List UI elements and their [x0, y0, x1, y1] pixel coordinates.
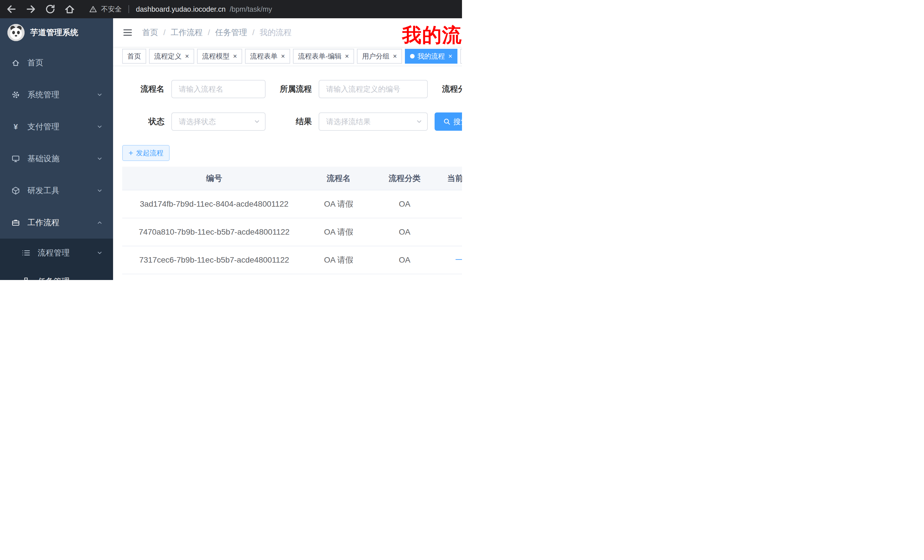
cell-process-name: OA 请假 [306, 246, 371, 274]
cell-id: 2152467e-7b9b-11ec-9a1b-acde48001122 [122, 274, 306, 280]
search-button[interactable]: 搜索 [435, 112, 462, 131]
cell-id: 3ad174fb-7b9d-11ec-8404-acde48001122 [122, 190, 306, 218]
breadcrumb-item[interactable]: 工作流程 [171, 27, 203, 38]
sidebar-item-label: 任务管理 [38, 276, 70, 280]
filter-label-result: 结果 [266, 116, 312, 127]
column-header-流程分类: 流程分类 [371, 167, 438, 190]
chevron-up-icon [96, 220, 103, 226]
app-logo [8, 24, 24, 41]
sidebar-item-研发工具[interactable]: 研发工具 [0, 175, 113, 207]
tab-close-icon[interactable]: × [233, 53, 237, 60]
filter-label-definition: 所属流程 [266, 84, 312, 94]
result-select-input[interactable] [319, 113, 427, 130]
browser-forward-icon[interactable] [25, 3, 36, 15]
address-divider [129, 5, 129, 13]
tab-close-icon[interactable]: × [393, 53, 397, 60]
app-title: 芋道管理系统 [30, 27, 78, 38]
tab-首页[interactable]: 首页 [122, 49, 146, 64]
navbar: 首页/工作流程/任务管理/我的流程 我的流程 TT [113, 18, 462, 47]
sidebar-item-流程管理[interactable]: 流程管理 [0, 239, 113, 267]
url-path: /bpm/task/my [230, 5, 272, 13]
cell-category: OA [371, 274, 438, 280]
table-row: 3ad174fb-7b9d-11ec-8404-acde48001122OA 请… [122, 190, 462, 218]
chevron-down-icon [96, 91, 103, 98]
sidebar-item-label: 工作流程 [27, 217, 59, 228]
sidebar-item-label: 流程管理 [38, 247, 70, 258]
tab-流程定义[interactable]: 流程定义× [149, 49, 194, 64]
create-process-label: 发起流程 [136, 148, 164, 157]
address-bar[interactable]: 不安全 dashboard.yudao.iocoder.cn/bpm/task/… [89, 4, 272, 14]
tab-close-icon[interactable]: × [448, 53, 452, 60]
sidebar-item-label: 系统管理 [27, 89, 59, 100]
browser-back-icon[interactable] [6, 3, 17, 15]
table-row: 2152467e-7b9b-11ec-9a1b-acde48001122OA 请… [122, 274, 462, 280]
infrastructure-icon [11, 154, 20, 163]
sidebar-item-任务管理[interactable]: 任务管理 [0, 267, 113, 280]
cell-current-task [438, 274, 462, 280]
sidebar-item-首页[interactable]: 首页 [0, 47, 113, 79]
page-content: 流程名 所属流程 流程分类 提交时间 开始日期 - 结束日期 [113, 66, 462, 280]
result-select[interactable] [319, 112, 428, 131]
browser-toolbar: 不安全 dashboard.yudao.iocoder.cn/bpm/task/… [0, 0, 462, 18]
process-definition-field [319, 80, 428, 98]
process-definition-input[interactable] [319, 81, 427, 97]
breadcrumb-separator: / [164, 28, 166, 37]
create-process-button[interactable]: + 发起流程 [122, 145, 170, 161]
plus-icon: + [129, 149, 133, 157]
filter-label-category: 流程分类 [428, 84, 462, 94]
tab-label: 流程定义 [154, 52, 182, 61]
app-logo-row[interactable]: 芋道管理系统 [0, 18, 113, 47]
column-header-当前审批任务: 当前审批任务 [438, 167, 462, 190]
cell-id: 7317cec6-7b9b-11ec-b5b7-acde48001122 [122, 246, 306, 274]
sidebar-item-系统管理[interactable]: 系统管理 [0, 79, 113, 111]
tab-我的流程[interactable]: 我的流程× [405, 49, 458, 64]
page-annotation: 我的流程 [402, 22, 462, 48]
tab-close-icon[interactable]: × [185, 53, 189, 60]
column-header-编号: 编号 [122, 167, 306, 190]
table-header-row: 编号流程名流程分类当前审批任务状态结果提交时间结束时间操作 [122, 167, 462, 190]
tags-bar: 首页流程定义×流程模型×流程表单×流程表单-编辑×用户分组×我的流程×发起流程× [113, 47, 462, 66]
breadcrumb-item[interactable]: 任务管理 [215, 27, 247, 38]
browser-reload-icon[interactable] [45, 3, 56, 15]
tab-label: 首页 [128, 52, 141, 61]
home-icon [11, 58, 20, 67]
current-task-link[interactable]: 一级审批 [455, 256, 462, 264]
cell-id: 7470a810-7b9b-11ec-b5b7-acde48001122 [122, 218, 306, 246]
cell-current-task: 一级审批 [438, 246, 462, 274]
tab-label: 用户分组 [362, 52, 390, 61]
sidebar-item-工作流程[interactable]: 工作流程 [0, 207, 113, 239]
tab-label: 我的流程 [417, 52, 445, 61]
gear-icon [11, 90, 20, 99]
workflow-icon [11, 219, 20, 227]
breadcrumb-item[interactable]: 首页 [142, 27, 158, 38]
tab-label: 流程模型 [202, 52, 230, 61]
tab-close-icon[interactable]: × [281, 53, 285, 60]
process-name-input[interactable] [172, 81, 265, 97]
tab-发起流程[interactable]: 发起流程× [460, 49, 462, 64]
breadcrumb-item: 我的流程 [260, 27, 291, 38]
tab-流程表单[interactable]: 流程表单× [245, 49, 290, 64]
table-toolbar: + 发起流程 [122, 145, 462, 161]
tab-label: 流程表单 [250, 52, 278, 61]
cell-process-name: OA 请假 [306, 218, 371, 246]
url-host: dashboard.yudao.iocoder.cn [136, 5, 226, 13]
status-select[interactable] [171, 112, 266, 131]
tab-流程模型[interactable]: 流程模型× [197, 49, 242, 64]
sidebar-item-基础设施[interactable]: 基础设施 [0, 143, 113, 175]
status-select-input[interactable] [172, 113, 265, 130]
tab-close-icon[interactable]: × [345, 53, 349, 60]
chevron-down-icon [96, 156, 103, 162]
payment-icon: ¥ [11, 123, 20, 131]
tab-用户分组[interactable]: 用户分组× [357, 49, 402, 64]
process-table: 编号流程名流程分类当前审批任务状态结果提交时间结束时间操作 3ad174fb-7… [122, 167, 462, 280]
sidebar-item-支付管理[interactable]: ¥支付管理 [0, 111, 113, 143]
tab-流程表单-编辑[interactable]: 流程表单-编辑× [293, 49, 354, 64]
cell-category: OA [371, 246, 438, 274]
browser-home-icon[interactable] [64, 3, 75, 15]
security-label: 不安全 [101, 4, 122, 14]
hamburger-icon[interactable] [122, 27, 133, 38]
table-row: 7317cec6-7b9b-11ec-b5b7-acde48001122OA 请… [122, 246, 462, 274]
active-tab-dot-icon [410, 54, 415, 58]
process-manage-icon [22, 249, 30, 257]
devtools-icon [11, 186, 20, 195]
